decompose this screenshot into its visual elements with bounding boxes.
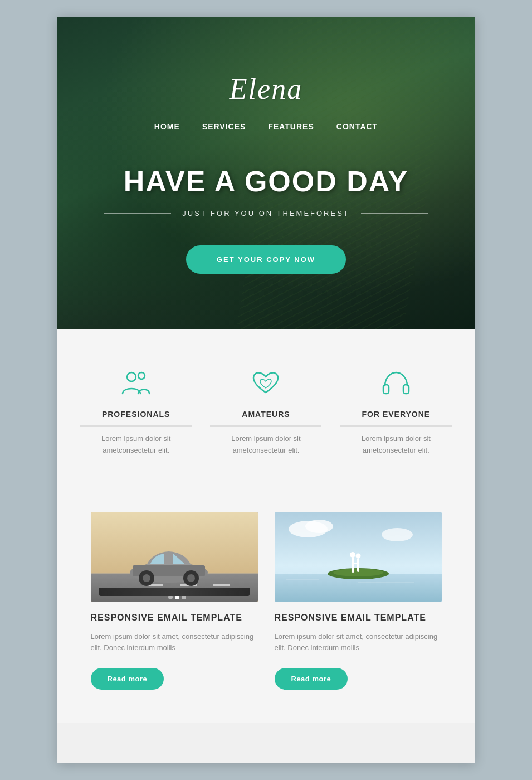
card-2-read-more[interactable]: Read more	[275, 668, 348, 690]
feature-professionals-title: PROFESIONALS	[80, 410, 192, 427]
feature-professionals: PROFESIONALS Lorem ipsum dolor sit ametc…	[80, 368, 192, 457]
site-logo: Elena	[104, 72, 428, 105]
svg-point-32	[355, 553, 360, 558]
card-2-text: Lorem ipsum dolor sit amet, consectetur …	[275, 631, 442, 655]
svg-point-23	[382, 528, 413, 541]
nav-contact[interactable]: CONTACT	[336, 122, 378, 131]
hero-divider: JUST FOR YOU ON THEMEFOREST	[104, 209, 428, 217]
card-1: RESPONSIVE EMAIL TEMPLATE Lorem ipsum do…	[91, 512, 258, 690]
svg-point-0	[127, 372, 136, 381]
card-2-title: RESPONSIVE EMAIL TEMPLATE	[275, 613, 442, 623]
divider-right	[361, 213, 428, 214]
hero-title: HAVE A GOOD DAY	[104, 164, 428, 198]
hero-section: Elena HOME SERVICES FEATURES CONTACT HAV…	[57, 17, 475, 329]
svg-rect-2	[383, 385, 389, 394]
feature-amateurs-text: Lorem ipsum dolor sit ametconsectetur el…	[210, 433, 321, 457]
cta-button[interactable]: GET YOUR COPY NOW	[186, 245, 346, 274]
svg-point-18	[175, 595, 179, 599]
hero-subtitle: JUST FOR YOU ON THEMEFOREST	[182, 209, 350, 217]
people-icon	[119, 368, 153, 399]
headphones-icon	[379, 368, 413, 399]
svg-point-1	[138, 372, 145, 379]
feature-professionals-text: Lorem ipsum dolor sit ametconsectetur el…	[80, 433, 192, 457]
card-1-read-more[interactable]: Read more	[91, 668, 164, 690]
svg-point-30	[350, 552, 355, 558]
heart-icon	[249, 368, 282, 399]
divider-left	[104, 213, 171, 214]
main-nav: HOME SERVICES FEATURES CONTACT	[104, 122, 428, 131]
svg-point-22	[305, 520, 333, 533]
features-section: PROFESIONALS Lorem ipsum dolor sit ametc…	[57, 329, 475, 490]
page-wrapper: Elena HOME SERVICES FEATURES CONTACT HAV…	[57, 17, 475, 763]
card-2-image	[275, 512, 442, 602]
features-grid: PROFESIONALS Lorem ipsum dolor sit ametc…	[80, 368, 453, 457]
svg-point-14	[143, 574, 150, 582]
card-2: RESPONSIVE EMAIL TEMPLATE Lorem ipsum do…	[275, 512, 442, 690]
svg-point-17	[168, 595, 173, 599]
cards-grid: RESPONSIVE EMAIL TEMPLATE Lorem ipsum do…	[91, 512, 442, 690]
card-1-text: Lorem ipsum dolor sit amet, consectetur …	[91, 631, 258, 655]
nav-features[interactable]: FEATURES	[268, 122, 314, 131]
card-1-image	[91, 512, 258, 602]
svg-rect-29	[352, 557, 354, 573]
feature-everyone-text: Lorem ipsum dolor sit ametconsectetur el…	[340, 433, 452, 457]
svg-point-19	[182, 595, 186, 599]
feature-everyone-title: FOR EVERYONE	[340, 410, 452, 427]
feature-amateurs: AMATEURS Lorem ipsum dolor sit ametconse…	[210, 368, 321, 457]
cards-section: RESPONSIVE EMAIL TEMPLATE Lorem ipsum do…	[57, 490, 475, 724]
hero-content: Elena HOME SERVICES FEATURES CONTACT HAV…	[82, 72, 450, 274]
svg-rect-31	[357, 558, 359, 572]
svg-rect-9	[213, 584, 230, 586]
nav-services[interactable]: SERVICES	[202, 122, 246, 131]
card-1-title: RESPONSIVE EMAIL TEMPLATE	[91, 613, 258, 623]
nav-home[interactable]: HOME	[154, 122, 180, 131]
feature-everyone: FOR EVERYONE Lorem ipsum dolor sit ametc…	[340, 368, 452, 457]
svg-rect-3	[403, 385, 409, 394]
svg-point-16	[187, 574, 195, 582]
feature-amateurs-title: AMATEURS	[210, 410, 321, 427]
